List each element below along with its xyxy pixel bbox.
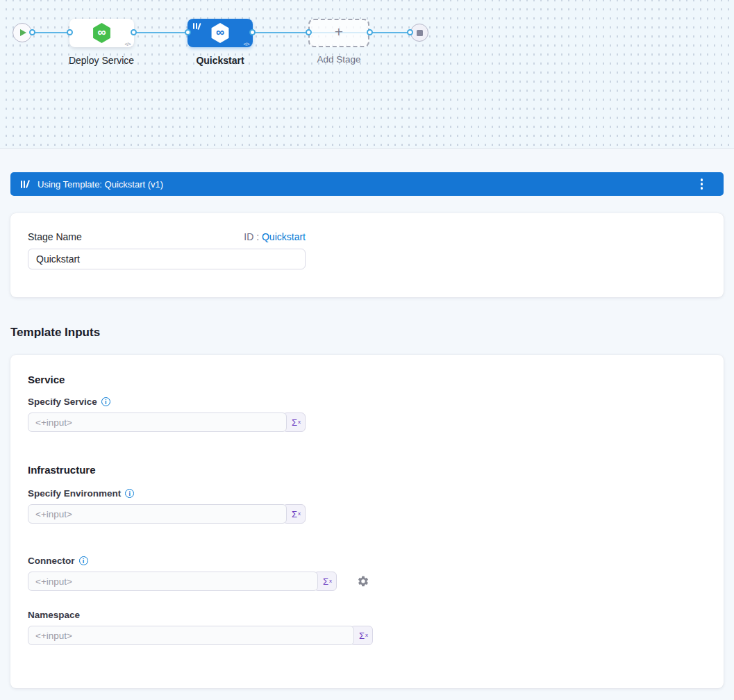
specify-service-input[interactable]: [28, 412, 287, 432]
port: [407, 29, 413, 35]
play-icon: [20, 29, 26, 36]
port: [185, 29, 191, 35]
banner-text: Using Template: Quickstart (v1): [37, 179, 163, 190]
gear-icon[interactable]: [357, 575, 369, 588]
namespace-field: Σx: [28, 626, 373, 645]
section-title-infrastructure: Infrastructure: [28, 464, 706, 476]
stage-name-label: Stage Name: [28, 231, 82, 242]
field-label-specify-service: Specify Service i: [28, 397, 706, 407]
stage-label-add-stage[interactable]: Add Stage: [317, 54, 360, 65]
stage-name-input[interactable]: [28, 249, 306, 269]
stage-node-deploy-service[interactable]: ∞ </>: [69, 19, 134, 47]
stage-label-quickstart[interactable]: Quickstart: [196, 55, 244, 66]
port: [249, 29, 256, 35]
port: [367, 29, 373, 35]
id-prefix: ID :: [244, 231, 259, 242]
field-label-namespace: Namespace: [28, 610, 706, 620]
kebab-menu-icon[interactable]: [699, 176, 706, 192]
template-library-icon: [193, 23, 202, 31]
stage-id: ID : Quickstart: [244, 231, 306, 242]
stage-label-deploy-service[interactable]: Deploy Service: [69, 55, 134, 66]
stop-icon: [417, 30, 423, 36]
stage-id-link[interactable]: Quickstart: [262, 231, 306, 242]
connector-field: Σx: [28, 572, 337, 591]
plus-icon: +: [335, 24, 343, 40]
template-library-icon: [20, 180, 31, 188]
field-label-connector: Connector i: [28, 556, 706, 566]
field-label-specify-environment: Specify Environment i: [28, 488, 706, 499]
template-inputs-heading: Template Inputs: [10, 326, 724, 340]
cd-hexagon-icon: ∞: [92, 23, 111, 43]
specify-service-field: Σx: [28, 412, 306, 432]
template-inputs-card: Service Specify Service i Σx Infrastruct…: [10, 355, 724, 688]
code-icon: </>: [243, 42, 249, 47]
namespace-input[interactable]: [28, 626, 354, 645]
add-stage-button[interactable]: +: [308, 19, 369, 47]
cd-hexagon-icon: ∞: [211, 23, 230, 43]
info-icon[interactable]: i: [101, 397, 110, 406]
specify-environment-field: Σx: [28, 504, 306, 524]
connector-input[interactable]: [28, 572, 318, 591]
code-icon: </>: [124, 42, 131, 47]
info-icon[interactable]: i: [79, 556, 88, 565]
port: [29, 29, 35, 35]
section-title-service: Service: [28, 374, 706, 385]
using-template-banner: Using Template: Quickstart (v1): [10, 172, 724, 196]
port: [131, 29, 137, 35]
stage-overview-card: Stage Name ID : Quickstart: [10, 213, 724, 297]
port: [67, 29, 73, 35]
stage-node-quickstart[interactable]: ∞ </>: [187, 19, 253, 47]
port: [306, 29, 312, 35]
specify-environment-input[interactable]: [28, 504, 287, 524]
pipeline-canvas: ∞ </> ∞ </> + Deploy Service Quickstart …: [0, 0, 734, 149]
info-icon[interactable]: i: [125, 489, 134, 498]
